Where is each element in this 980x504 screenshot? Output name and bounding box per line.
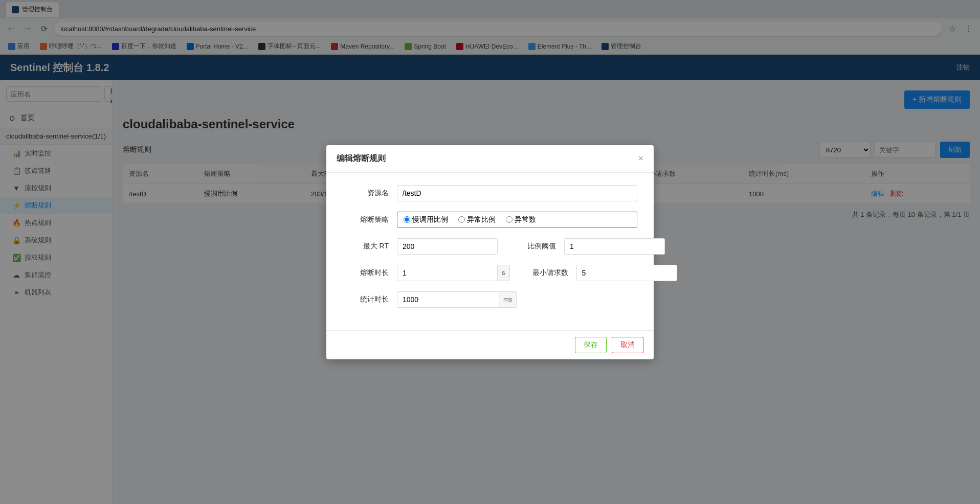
radio-error-ratio-label: 异常比例: [467, 215, 496, 224]
dialog-header: 编辑熔断规则 ×: [326, 145, 654, 173]
min-requests-input[interactable]: [576, 265, 677, 281]
strategy-error-count[interactable]: 异常数: [506, 215, 536, 224]
stat-length-label: 统计时长: [343, 295, 389, 304]
stat-length-input[interactable]: [397, 291, 499, 308]
cancel-button[interactable]: 取消: [612, 337, 643, 353]
strategy-label: 熔断策略: [343, 215, 389, 224]
strategy-row: 熔断策略 慢调用比例 异常比例 异常数: [343, 212, 637, 228]
modal-overlay[interactable]: 编辑熔断规则 × 资源名 熔断策略 慢调用比例 异常比例: [0, 0, 980, 504]
stat-length-input-group: ms: [397, 291, 637, 308]
strategy-slow[interactable]: 慢调用比例: [404, 215, 448, 224]
dialog-title: 编辑熔断规则: [337, 153, 386, 164]
max-rt-label: 最大 RT: [343, 242, 389, 251]
resource-row: 资源名: [343, 185, 637, 201]
ratio-half: 比例阈值: [510, 238, 665, 255]
radio-error-ratio[interactable]: [458, 216, 465, 223]
resource-label: 资源名: [343, 189, 389, 198]
duration-input[interactable]: [397, 265, 498, 281]
radio-error-count[interactable]: [506, 216, 513, 223]
duration-label: 熔断时长: [343, 268, 389, 278]
radio-slow-label: 慢调用比例: [412, 215, 448, 224]
strategy-error-ratio[interactable]: 异常比例: [458, 215, 496, 224]
save-button[interactable]: 保存: [575, 337, 607, 353]
max-rt-input[interactable]: [397, 238, 498, 255]
duration-input-group: s: [397, 265, 510, 281]
ratio-label: 比例阈值: [510, 242, 556, 251]
dialog-body: 资源名 熔断策略 慢调用比例 异常比例 异常: [326, 173, 654, 330]
stat-length-row: 统计时长 ms: [343, 291, 637, 308]
edit-dialog: 编辑熔断规则 × 资源名 熔断策略 慢调用比例 异常比例: [326, 145, 654, 359]
dialog-footer: 保存 取消: [326, 330, 654, 359]
duration-half: 熔断时长 s: [343, 265, 510, 281]
duration-minreq-row: 熔断时长 s 最小请求数: [343, 265, 637, 281]
resource-input[interactable]: [397, 185, 637, 201]
ratio-input[interactable]: [564, 238, 665, 255]
radio-slow[interactable]: [404, 216, 410, 223]
max-rt-half: 最大 RT: [343, 238, 498, 255]
stat-length-unit: ms: [499, 291, 517, 308]
strategy-radio-group: 慢调用比例 异常比例 异常数: [397, 212, 637, 228]
duration-unit: s: [498, 265, 510, 281]
max-rt-ratio-row: 最大 RT 比例阈值: [343, 238, 637, 255]
min-requests-half: 最小请求数: [522, 265, 677, 281]
dialog-close-button[interactable]: ×: [638, 154, 643, 163]
min-requests-label: 最小请求数: [522, 268, 568, 278]
radio-error-count-label: 异常数: [515, 215, 536, 224]
